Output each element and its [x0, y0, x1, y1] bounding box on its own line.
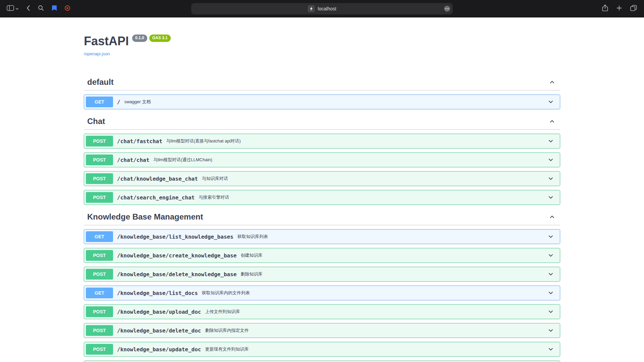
share-icon — [602, 4, 608, 13]
chevron-down-icon[interactable] — [543, 271, 558, 278]
operation-description: 删除知识库 — [240, 271, 262, 277]
operation-summary[interactable]: POST /chat/chat 与llm模型对话(通过LLMChain) — [84, 153, 560, 167]
oas-badge: OAS 3.1 — [149, 35, 171, 42]
operation-description: 获取知识库内的文件列表 — [202, 290, 250, 296]
section-default: default GET / swagger 文档 — [84, 74, 560, 109]
chevron-down-icon[interactable] — [543, 99, 558, 105]
chevron-down-icon[interactable] — [543, 290, 558, 296]
operation-summary[interactable]: POST /knowledge_base/delete_knowledge_ba… — [84, 267, 560, 281]
new-tab-button[interactable] — [614, 3, 624, 14]
section-header[interactable]: Chat — [84, 113, 560, 130]
back-icon — [26, 5, 30, 12]
operation-row: POST /chat/chat 与llm模型对话(通过LLMChain) — [84, 153, 560, 167]
operation-row: POST /chat/knowledge_base_chat 与知识库对话 — [84, 171, 560, 186]
toolbar-right-group — [600, 3, 639, 14]
operation-path: /knowledge_base/delete_doc — [113, 327, 205, 334]
swagger-ui-page: FastAPI 0.1.0 OAS 3.1 /openapi.json defa… — [77, 17, 567, 362]
chevron-down-icon[interactable] — [543, 157, 558, 163]
method-badge: GET — [86, 231, 113, 242]
section-title: Knowledge Base Management — [87, 212, 203, 222]
toolbar-left-group — [5, 3, 72, 14]
operation-path: /chat/search_engine_chat — [113, 194, 199, 201]
operation-path: /knowledge_base/update_doc — [113, 346, 205, 353]
page-options-icon[interactable] — [443, 5, 451, 12]
operation-row: POST /knowledge_base/upload_doc 上传文件到知识库 — [84, 304, 560, 319]
method-badge: POST — [86, 306, 113, 317]
extension-orange-button[interactable] — [63, 4, 72, 13]
operation-summary[interactable]: GET /knowledge_base/list_knowledge_bases… — [84, 230, 560, 244]
chevron-down-icon[interactable] — [543, 175, 558, 182]
chevron-down-icon[interactable] — [543, 233, 558, 240]
section-knowledge-base-management: Knowledge Base Management GET /knowledge… — [84, 209, 560, 362]
chevron-down-icon[interactable] — [543, 327, 558, 334]
operation-row: POST /knowledge_base/delete_knowledge_ba… — [84, 267, 560, 282]
method-badge: POST — [86, 269, 113, 280]
search-icon — [38, 5, 44, 12]
operation-path: /knowledge_base/upload_doc — [113, 309, 205, 315]
method-badge: POST — [86, 325, 113, 336]
extension-blue-button[interactable] — [50, 4, 58, 13]
operation-summary[interactable]: POST /knowledge_base/delete_doc 删除知识库内指定… — [84, 323, 560, 338]
sidebar-toggle-button[interactable] — [5, 4, 20, 13]
operation-description: 获取知识库列表 — [237, 234, 268, 240]
record-icon — [64, 5, 70, 12]
operation-summary[interactable]: POST /chat/search_engine_chat 与搜索引擎对话 — [84, 190, 560, 204]
section-header[interactable]: Knowledge Base Management — [84, 209, 560, 225]
operation-summary[interactable]: GET / swagger 文档 — [84, 95, 560, 109]
operation-summary[interactable]: POST /knowledge_base/update_doc 更新现有文件到知… — [84, 342, 560, 356]
page-title: FastAPI — [84, 34, 129, 48]
sidebar-icon — [7, 5, 14, 12]
operation-description: 上传文件到知识库 — [205, 309, 240, 315]
tabs-icon — [630, 5, 637, 12]
operation-description: 创建知识库 — [240, 252, 262, 258]
address-bar[interactable]: localhost — [191, 3, 453, 14]
chevron-down-icon[interactable] — [543, 138, 558, 144]
chevron-down-icon[interactable] — [543, 252, 558, 259]
operation-description: 与llm模型对话(直接与fastchat api对话) — [166, 138, 241, 144]
plus-icon — [616, 5, 623, 12]
chevron-down-icon[interactable] — [543, 346, 558, 353]
operation-row: POST /knowledge_base/create_knowledge_ba… — [84, 248, 560, 263]
chevron-down-icon[interactable] — [543, 194, 558, 201]
operation-path: / — [113, 99, 124, 105]
method-badge: GET — [86, 97, 113, 107]
operation-summary[interactable]: POST /knowledge_base/upload_doc 上传文件到知识库 — [84, 305, 560, 319]
operation-description: 删除知识库内指定文件 — [205, 327, 249, 334]
method-badge: POST — [86, 155, 113, 165]
section-title: Chat — [87, 117, 105, 126]
operation-summary[interactable]: POST /knowledge_base/create_knowledge_ba… — [84, 248, 560, 262]
operation-summary[interactable]: GET /knowledge_base/list_docs 获取知识库内的文件列… — [84, 286, 560, 300]
method-badge: POST — [86, 136, 113, 146]
method-badge: POST — [86, 192, 113, 203]
chevron-up-icon[interactable] — [549, 118, 555, 125]
share-button[interactable] — [600, 3, 610, 14]
operation-description: 更新现有文件到知识库 — [205, 346, 249, 352]
chevron-up-icon[interactable] — [549, 214, 555, 220]
search-button[interactable] — [36, 3, 46, 14]
method-badge: POST — [86, 344, 113, 355]
operation-path: /knowledge_base/delete_knowledge_base — [113, 271, 240, 278]
chevron-down-icon[interactable] — [543, 308, 558, 315]
method-badge: GET — [86, 288, 113, 298]
address-text: localhost — [318, 6, 336, 11]
operation-row: GET /knowledge_base/list_docs 获取知识库内的文件列… — [84, 286, 560, 300]
operation-path: /knowledge_base/list_docs — [113, 290, 202, 296]
site-favicon — [308, 5, 315, 12]
tab-overview-button[interactable] — [629, 3, 639, 14]
method-badge: POST — [86, 250, 113, 261]
bookmark-icon — [52, 5, 57, 12]
operation-summary[interactable]: POST /chat/fastchat 与llm模型对话(直接与fastchat… — [84, 134, 560, 148]
operation-description: 与llm模型对话(通过LLMChain) — [153, 157, 212, 163]
openapi-spec-link[interactable]: /openapi.json — [84, 51, 110, 56]
operation-path: /knowledge_base/list_knowledge_bases — [113, 234, 237, 240]
back-button[interactable] — [25, 3, 32, 14]
title-badges: 0.1.0 OAS 3.1 — [132, 35, 171, 42]
method-badge: POST — [86, 173, 113, 184]
chevron-up-icon[interactable] — [549, 79, 555, 85]
operation-path: /chat/knowledge_base_chat — [113, 176, 202, 182]
operation-summary[interactable]: POST /chat/knowledge_base_chat 与知识库对话 — [84, 172, 560, 186]
operation-description: 与搜索引擎对话 — [199, 194, 229, 200]
chevron-down-icon — [15, 6, 19, 11]
operation-row: POST /knowledge_base/update_doc 更新现有文件到知… — [84, 342, 560, 357]
section-header[interactable]: default — [84, 74, 560, 90]
